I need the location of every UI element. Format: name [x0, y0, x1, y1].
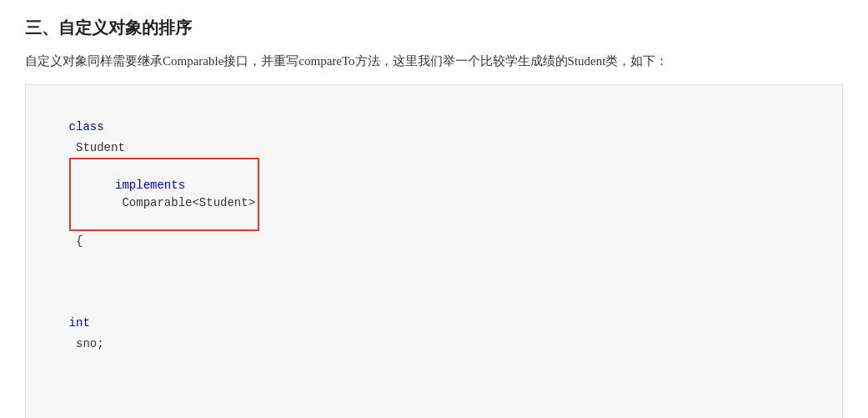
class-name: Student: [69, 141, 133, 154]
keyword-implements: implements: [115, 179, 185, 192]
code-line-1: class Student implements Comparable<Stud…: [41, 97, 827, 273]
keyword-int-1: int: [69, 316, 90, 330]
code-line-3: int score;: [41, 375, 827, 419]
implements-highlight: implements Comparable<Student>: [69, 158, 259, 231]
code-block: class Student implements Comparable<Stud…: [25, 84, 843, 419]
keyword-class: class: [69, 120, 104, 133]
section-heading: 三、自定义对象的排序: [25, 17, 843, 39]
page-title: 三、自定义对象的排序: [25, 17, 843, 39]
class-open-brace: {: [69, 234, 83, 248]
code-line-2: int sno;: [41, 272, 827, 375]
description-text: 自定义对象同样需要继承Comparable接口，并重写compareTo方法，这…: [25, 51, 843, 73]
field-sno: sno;: [69, 337, 104, 350]
comparable-type: Comparable<Student>: [115, 196, 255, 209]
